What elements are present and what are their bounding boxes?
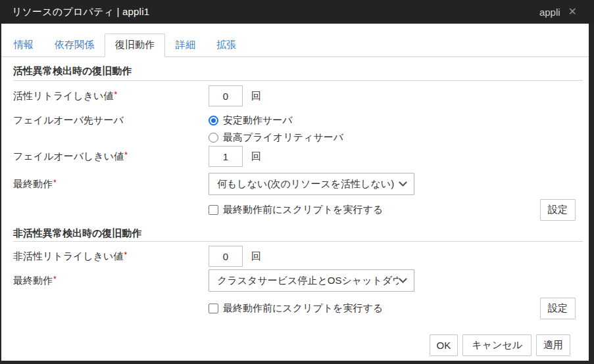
deactivation-final-action-row: 最終動作* クラスタサービス停止とOSシャットダウン [1,269,589,292]
deactivation-script-settings-button[interactable]: 設定 [540,298,576,319]
required-marker: * [114,90,117,99]
failover-threshold-input[interactable] [209,146,243,167]
field-label-text: フェイルオーバしきい値 [13,150,124,162]
activation-retry-row: 活性リトライしきい値* 回 [1,85,589,106]
required-marker: * [53,275,57,284]
activation-retry-input[interactable] [209,85,243,106]
section-activation-heading: 活性異常検出時の復旧動作 [13,65,583,81]
failover-threshold-unit: 回 [251,150,261,163]
deactivation-retry-input[interactable] [209,246,243,267]
radio-stable-server[interactable]: 安定動作サーバ [209,114,293,127]
tab-bar: 情報 依存関係 復旧動作 詳細 拡張 [1,34,589,57]
tab-details[interactable]: 詳細 [165,34,206,57]
activation-retry-label: 活性リトライしきい値* [13,90,209,102]
failover-threshold-row: フェイルオーバしきい値* 回 [1,146,589,167]
select-value: 何もしない(次のリソースを活性しない) [217,178,394,191]
radio-selected-icon[interactable] [209,116,218,125]
deactivation-retry-unit: 回 [251,250,261,263]
radio-priority-server[interactable]: 最高プライオリティサーバ [209,131,343,144]
dialog-title: リソースのプロパティ | appli1 [12,6,149,18]
field-label-text: 非活性リトライしきい値 [13,250,123,262]
titlebar-context-label: appli [539,7,560,18]
activation-retry-unit: 回 [251,90,261,102]
dialog-footer: OK キャンセル 適用 [1,334,589,356]
activation-final-action-label: 最終動作* [13,178,209,191]
field-label-text: 最終動作 [13,275,53,286]
radio-unselected-icon[interactable] [209,133,218,143]
radio-priority-server-label: 最高プライオリティサーバ [223,131,343,144]
section-deactivation-heading: 非活性異常検出時の復旧動作 [13,228,583,242]
activation-script-checkbox[interactable]: 最終動作前にスクリプトを実行する [209,204,383,216]
required-marker: * [124,150,128,160]
chevron-down-icon [399,181,407,187]
close-icon[interactable]: ✕ [568,7,577,17]
deactivation-final-action-select[interactable]: クラスタサービス停止とOSシャットダウン [209,269,414,292]
dialog-body: 情報 依存関係 復旧動作 詳細 拡張 活性異常検出時の復旧動作 活性リトライしき… [1,24,589,361]
checkbox-unchecked-icon[interactable] [209,304,218,313]
field-label-text: 最終動作 [13,178,53,189]
required-marker: * [53,178,57,187]
cancel-button[interactable]: キャンセル [462,334,532,356]
activation-script-checkbox-label: 最終動作前にスクリプトを実行する [223,204,383,216]
deactivation-final-action-label: 最終動作* [13,275,209,287]
chevron-down-icon [399,278,407,284]
activation-final-action-select[interactable]: 何もしない(次のリソースを活性しない) [209,173,414,195]
tab-extension[interactable]: 拡張 [206,34,247,57]
failover-target-label: フェイルオーバ先サーバ [13,114,209,127]
activation-script-settings-button[interactable]: 設定 [540,199,576,221]
failover-priority-row: 最高プライオリティサーバ [1,129,589,146]
tab-info[interactable]: 情報 [3,34,44,57]
ok-button[interactable]: OK [430,334,458,356]
deactivation-retry-label: 非活性リトライしきい値* [13,250,209,263]
titlebar-right: appli ✕ [539,7,577,18]
deactivation-retry-row: 非活性リトライしきい値* 回 [1,246,589,267]
checkbox-unchecked-icon[interactable] [209,205,218,215]
select-value: クラスタサービス停止とOSシャットダウン [217,275,399,287]
tab-dependency[interactable]: 依存関係 [44,34,105,57]
deactivation-script-checkbox[interactable]: 最終動作前にスクリプトを実行する [209,302,383,315]
deactivation-script-row: 最終動作前にスクリプトを実行する 設定 [1,297,589,319]
failover-target-row: フェイルオーバ先サーバ 安定動作サーバ [1,112,589,129]
dialog-titlebar: リソースのプロパティ | appli1 appli ✕ [0,0,594,24]
field-label-text: 活性リトライしきい値 [13,90,113,101]
apply-button[interactable]: 適用 [536,334,570,356]
deactivation-script-checkbox-label: 最終動作前にスクリプトを実行する [223,302,383,315]
required-marker: * [124,250,127,260]
tab-recovery[interactable]: 復旧動作 [105,34,165,57]
activation-script-row: 最終動作前にスクリプトを実行する 設定 [1,198,589,221]
failover-threshold-label: フェイルオーバしきい値* [13,150,209,163]
radio-stable-server-label: 安定動作サーバ [223,114,293,127]
activation-final-action-row: 最終動作* 何もしない(次のリソースを活性しない) [1,173,589,195]
